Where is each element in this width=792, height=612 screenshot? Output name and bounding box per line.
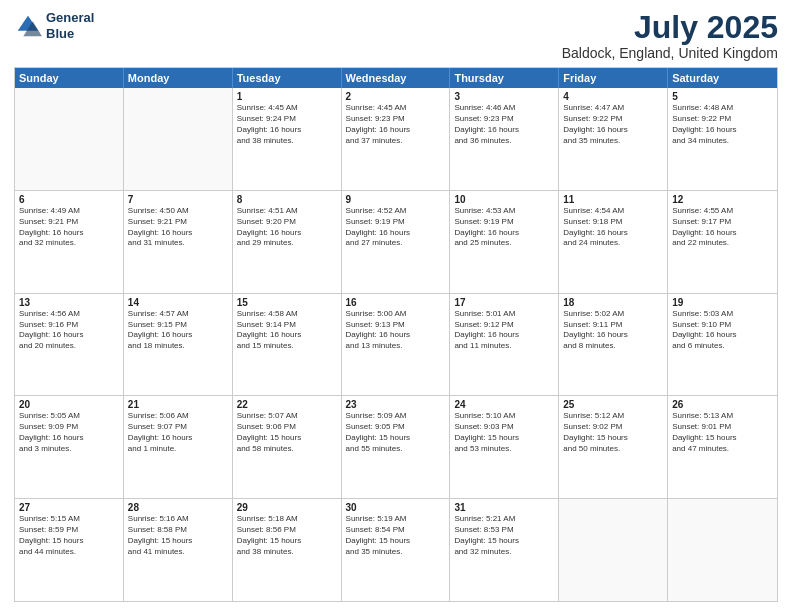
calendar-cell: 4Sunrise: 4:47 AM Sunset: 9:22 PM Daylig… [559, 88, 668, 190]
calendar-cell: 1Sunrise: 4:45 AM Sunset: 9:24 PM Daylig… [233, 88, 342, 190]
weekday-header: Tuesday [233, 68, 342, 88]
cell-info: Sunrise: 4:50 AM Sunset: 9:21 PM Dayligh… [128, 206, 228, 249]
logo-icon [14, 12, 42, 40]
day-number: 16 [346, 297, 446, 308]
calendar-cell: 21Sunrise: 5:06 AM Sunset: 9:07 PM Dayli… [124, 396, 233, 498]
calendar-cell: 12Sunrise: 4:55 AM Sunset: 9:17 PM Dayli… [668, 191, 777, 293]
day-number: 20 [19, 399, 119, 410]
day-number: 3 [454, 91, 554, 102]
calendar-cell: 14Sunrise: 4:57 AM Sunset: 9:15 PM Dayli… [124, 294, 233, 396]
calendar-cell: 17Sunrise: 5:01 AM Sunset: 9:12 PM Dayli… [450, 294, 559, 396]
day-number: 18 [563, 297, 663, 308]
cell-info: Sunrise: 5:02 AM Sunset: 9:11 PM Dayligh… [563, 309, 663, 352]
calendar-cell: 11Sunrise: 4:54 AM Sunset: 9:18 PM Dayli… [559, 191, 668, 293]
cell-info: Sunrise: 5:00 AM Sunset: 9:13 PM Dayligh… [346, 309, 446, 352]
cell-info: Sunrise: 5:01 AM Sunset: 9:12 PM Dayligh… [454, 309, 554, 352]
calendar-cell: 10Sunrise: 4:53 AM Sunset: 9:19 PM Dayli… [450, 191, 559, 293]
weekday-header: Wednesday [342, 68, 451, 88]
day-number: 13 [19, 297, 119, 308]
cell-info: Sunrise: 5:18 AM Sunset: 8:56 PM Dayligh… [237, 514, 337, 557]
cell-info: Sunrise: 5:19 AM Sunset: 8:54 PM Dayligh… [346, 514, 446, 557]
day-number: 24 [454, 399, 554, 410]
day-number: 6 [19, 194, 119, 205]
cell-info: Sunrise: 4:49 AM Sunset: 9:21 PM Dayligh… [19, 206, 119, 249]
logo: General Blue [14, 10, 94, 41]
calendar-cell: 29Sunrise: 5:18 AM Sunset: 8:56 PM Dayli… [233, 499, 342, 601]
calendar-cell [15, 88, 124, 190]
cell-info: Sunrise: 5:03 AM Sunset: 9:10 PM Dayligh… [672, 309, 773, 352]
day-number: 12 [672, 194, 773, 205]
calendar-week: 13Sunrise: 4:56 AM Sunset: 9:16 PM Dayli… [15, 294, 777, 397]
day-number: 19 [672, 297, 773, 308]
header: General Blue July 2025 Baldock, England,… [14, 10, 778, 61]
calendar-week: 27Sunrise: 5:15 AM Sunset: 8:59 PM Dayli… [15, 499, 777, 601]
calendar-cell: 19Sunrise: 5:03 AM Sunset: 9:10 PM Dayli… [668, 294, 777, 396]
calendar-cell: 24Sunrise: 5:10 AM Sunset: 9:03 PM Dayli… [450, 396, 559, 498]
calendar-week: 20Sunrise: 5:05 AM Sunset: 9:09 PM Dayli… [15, 396, 777, 499]
title-block: July 2025 Baldock, England, United Kingd… [562, 10, 778, 61]
calendar-cell [559, 499, 668, 601]
day-number: 26 [672, 399, 773, 410]
calendar-cell: 5Sunrise: 4:48 AM Sunset: 9:22 PM Daylig… [668, 88, 777, 190]
cell-info: Sunrise: 4:48 AM Sunset: 9:22 PM Dayligh… [672, 103, 773, 146]
calendar-cell: 18Sunrise: 5:02 AM Sunset: 9:11 PM Dayli… [559, 294, 668, 396]
day-number: 9 [346, 194, 446, 205]
cell-info: Sunrise: 5:10 AM Sunset: 9:03 PM Dayligh… [454, 411, 554, 454]
weekday-header: Thursday [450, 68, 559, 88]
calendar-cell: 13Sunrise: 4:56 AM Sunset: 9:16 PM Dayli… [15, 294, 124, 396]
calendar-cell: 25Sunrise: 5:12 AM Sunset: 9:02 PM Dayli… [559, 396, 668, 498]
day-number: 25 [563, 399, 663, 410]
cell-info: Sunrise: 4:45 AM Sunset: 9:24 PM Dayligh… [237, 103, 337, 146]
calendar-cell [124, 88, 233, 190]
cell-info: Sunrise: 5:16 AM Sunset: 8:58 PM Dayligh… [128, 514, 228, 557]
day-number: 1 [237, 91, 337, 102]
day-number: 2 [346, 91, 446, 102]
cell-info: Sunrise: 4:56 AM Sunset: 9:16 PM Dayligh… [19, 309, 119, 352]
cell-info: Sunrise: 5:13 AM Sunset: 9:01 PM Dayligh… [672, 411, 773, 454]
cell-info: Sunrise: 4:54 AM Sunset: 9:18 PM Dayligh… [563, 206, 663, 249]
page: General Blue July 2025 Baldock, England,… [0, 0, 792, 612]
calendar-cell: 15Sunrise: 4:58 AM Sunset: 9:14 PM Dayli… [233, 294, 342, 396]
calendar-cell: 8Sunrise: 4:51 AM Sunset: 9:20 PM Daylig… [233, 191, 342, 293]
cell-info: Sunrise: 4:45 AM Sunset: 9:23 PM Dayligh… [346, 103, 446, 146]
calendar-cell [668, 499, 777, 601]
calendar-cell: 28Sunrise: 5:16 AM Sunset: 8:58 PM Dayli… [124, 499, 233, 601]
calendar-cell: 31Sunrise: 5:21 AM Sunset: 8:53 PM Dayli… [450, 499, 559, 601]
cell-info: Sunrise: 4:51 AM Sunset: 9:20 PM Dayligh… [237, 206, 337, 249]
cell-info: Sunrise: 4:55 AM Sunset: 9:17 PM Dayligh… [672, 206, 773, 249]
day-number: 31 [454, 502, 554, 513]
cell-info: Sunrise: 5:07 AM Sunset: 9:06 PM Dayligh… [237, 411, 337, 454]
calendar-cell: 20Sunrise: 5:05 AM Sunset: 9:09 PM Dayli… [15, 396, 124, 498]
calendar-cell: 9Sunrise: 4:52 AM Sunset: 9:19 PM Daylig… [342, 191, 451, 293]
calendar-cell: 2Sunrise: 4:45 AM Sunset: 9:23 PM Daylig… [342, 88, 451, 190]
day-number: 22 [237, 399, 337, 410]
day-number: 21 [128, 399, 228, 410]
day-number: 7 [128, 194, 228, 205]
calendar-cell: 7Sunrise: 4:50 AM Sunset: 9:21 PM Daylig… [124, 191, 233, 293]
weekday-header: Monday [124, 68, 233, 88]
calendar-body: 1Sunrise: 4:45 AM Sunset: 9:24 PM Daylig… [15, 88, 777, 601]
day-number: 23 [346, 399, 446, 410]
day-number: 4 [563, 91, 663, 102]
calendar-header: SundayMondayTuesdayWednesdayThursdayFrid… [15, 68, 777, 88]
calendar-cell: 30Sunrise: 5:19 AM Sunset: 8:54 PM Dayli… [342, 499, 451, 601]
calendar-cell: 6Sunrise: 4:49 AM Sunset: 9:21 PM Daylig… [15, 191, 124, 293]
logo-text: General Blue [46, 10, 94, 41]
day-number: 27 [19, 502, 119, 513]
weekday-header: Friday [559, 68, 668, 88]
calendar-cell: 3Sunrise: 4:46 AM Sunset: 9:23 PM Daylig… [450, 88, 559, 190]
cell-info: Sunrise: 4:58 AM Sunset: 9:14 PM Dayligh… [237, 309, 337, 352]
cell-info: Sunrise: 5:15 AM Sunset: 8:59 PM Dayligh… [19, 514, 119, 557]
cell-info: Sunrise: 4:57 AM Sunset: 9:15 PM Dayligh… [128, 309, 228, 352]
calendar-cell: 22Sunrise: 5:07 AM Sunset: 9:06 PM Dayli… [233, 396, 342, 498]
day-number: 8 [237, 194, 337, 205]
subtitle: Baldock, England, United Kingdom [562, 45, 778, 61]
weekday-header: Sunday [15, 68, 124, 88]
cell-info: Sunrise: 4:52 AM Sunset: 9:19 PM Dayligh… [346, 206, 446, 249]
cell-info: Sunrise: 4:46 AM Sunset: 9:23 PM Dayligh… [454, 103, 554, 146]
weekday-header: Saturday [668, 68, 777, 88]
cell-info: Sunrise: 5:12 AM Sunset: 9:02 PM Dayligh… [563, 411, 663, 454]
day-number: 15 [237, 297, 337, 308]
cell-info: Sunrise: 4:53 AM Sunset: 9:19 PM Dayligh… [454, 206, 554, 249]
main-title: July 2025 [562, 10, 778, 45]
